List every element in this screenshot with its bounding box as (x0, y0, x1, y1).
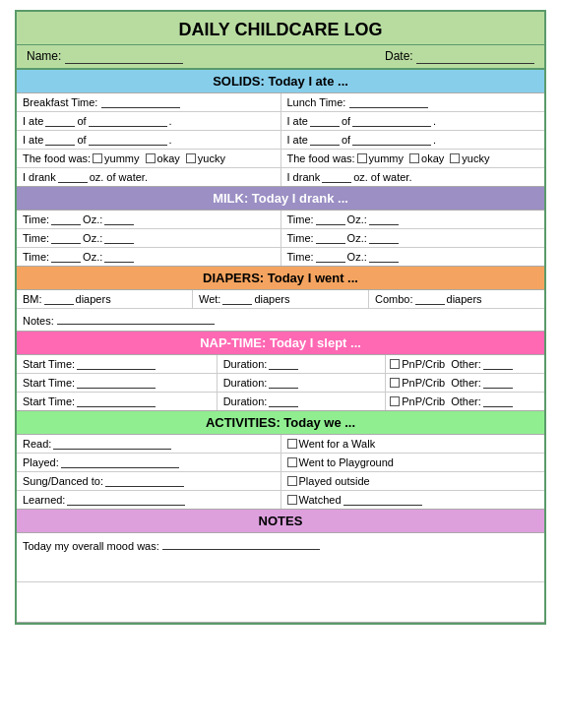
mood-row: Today my overall mood was: (17, 533, 544, 582)
milk-time-field-3-left[interactable] (51, 251, 81, 263)
pnp-checkbox-2[interactable] (390, 378, 400, 388)
breakfast-time-cell: Breakfast Time: (17, 93, 281, 111)
yummy-check-left[interactable]: yummy (93, 152, 139, 164)
milk-time-right-1: Time: Oz.: (281, 211, 545, 228)
ate-right-1: I ate of . (281, 112, 545, 130)
ate-amount-1-right[interactable] (310, 115, 340, 127)
milk-row-2: Time: Oz.: Time: Oz.: (17, 229, 544, 248)
nap-duration-field-2[interactable] (269, 377, 298, 389)
outside-checkbox[interactable] (287, 476, 297, 486)
diapers-notes-field[interactable] (57, 313, 215, 325)
activities-right: Went for a Walk Went to Playground Playe… (281, 435, 545, 509)
ate-left-1: I ate of . (17, 112, 281, 130)
notes-extra-space (17, 582, 544, 622)
milk-time-right-2: Time: Oz.: (281, 229, 545, 247)
ate-food-1-left[interactable] (89, 115, 167, 127)
milk-header: MILK: Today I drank ... (17, 187, 544, 211)
breakfast-label: Breakfast Time: (23, 96, 97, 108)
daily-childcare-log: DAILY CHILDCARE LOG Name: Date: SOLIDS: … (15, 10, 546, 625)
milk-time-left-3: Time: Oz.: (17, 248, 281, 266)
ate-food-2-left[interactable] (89, 134, 167, 146)
wet-cell: Wet: diapers (193, 290, 369, 308)
sung-row: Sung/Danced to: (17, 472, 280, 491)
milk-time-right-3: Time: Oz.: (281, 248, 545, 266)
nap-start-3: Start Time: (17, 393, 218, 410)
milk-time-field-1-right[interactable] (316, 213, 345, 225)
milk-oz-field-3-right[interactable] (369, 251, 399, 263)
wet-count-field[interactable] (222, 293, 252, 305)
diapers-row: BM: diapers Wet: diapers Combo: diapers (17, 290, 544, 309)
ate-amount-2-left[interactable] (45, 134, 75, 146)
yucky-check-left[interactable]: yucky (186, 152, 225, 164)
nap-location-3: PnP/Crib Other: (386, 393, 544, 410)
nap-start-field-1[interactable] (77, 358, 156, 370)
nap-duration-field-1[interactable] (269, 358, 298, 370)
nap-row-1: Start Time: Duration: PnP/Crib Other: (17, 355, 544, 374)
nap-row-3: Start Time: Duration: PnP/Crib Other: (17, 393, 544, 410)
milk-time-field-1-left[interactable] (51, 213, 81, 225)
ate-row-2: I ate of . I ate of . (17, 131, 544, 150)
nap-duration-1: Duration: (218, 355, 387, 373)
milk-oz-field-2-left[interactable] (104, 232, 134, 244)
okay-check-right[interactable]: okay (409, 152, 444, 164)
milk-oz-field-2-right[interactable] (369, 232, 399, 244)
notes-header: NOTES (17, 510, 544, 533)
lunch-time-field[interactable] (349, 96, 428, 108)
playground-checkbox[interactable] (287, 457, 297, 467)
milk-time-left-1: Time: Oz.: (17, 211, 281, 228)
milk-time-field-2-left[interactable] (51, 232, 81, 244)
solids-section: SOLIDS: Today I ate ... Breakfast Time: … (17, 70, 544, 187)
milk-time-field-3-right[interactable] (316, 251, 345, 263)
milk-oz-field-1-left[interactable] (104, 213, 134, 225)
ate-left-2: I ate of . (17, 131, 281, 149)
combo-count-field[interactable] (415, 293, 445, 305)
lunch-label: Lunch Time: (287, 96, 346, 108)
other-field-3[interactable] (483, 395, 513, 407)
ate-amount-1-left[interactable] (45, 115, 75, 127)
other-field-2[interactable] (483, 377, 513, 389)
bm-count-field[interactable] (44, 293, 74, 305)
other-field-1[interactable] (483, 358, 513, 370)
diapers-section: DIAPERS: Today I went ... BM: diapers We… (17, 267, 544, 332)
food-was-row: The food was: yummy okay yucky The food … (17, 150, 544, 168)
ate-food-2-right[interactable] (352, 134, 431, 146)
ate-amount-2-right[interactable] (310, 134, 340, 146)
water-oz-right[interactable] (322, 171, 351, 183)
breakfast-time-field[interactable] (101, 96, 180, 108)
water-right: I drank oz. of water. (281, 168, 545, 186)
watched-checkbox[interactable] (287, 495, 297, 505)
okay-check-left[interactable]: okay (146, 152, 180, 164)
mood-field[interactable] (162, 538, 320, 550)
nap-start-field-3[interactable] (77, 395, 156, 407)
read-field[interactable] (53, 438, 171, 450)
activities-section: ACTIVITIES: Today we ... Read: Played: S… (17, 411, 544, 510)
pnp-checkbox-3[interactable] (390, 396, 400, 406)
milk-time-field-2-right[interactable] (316, 232, 345, 244)
played-field[interactable] (61, 456, 179, 468)
read-row: Read: (17, 435, 280, 454)
pnp-checkbox-1[interactable] (390, 359, 400, 369)
milk-row-3: Time: Oz.: Time: Oz.: (17, 248, 544, 266)
yucky-check-right[interactable]: yucky (450, 152, 489, 164)
combo-cell: Combo: diapers (369, 290, 544, 308)
walk-checkbox[interactable] (287, 439, 297, 449)
food-was-right: The food was: yummy okay yucky (281, 150, 545, 167)
water-row: I drank oz. of water. I drank oz. of wat… (17, 168, 544, 186)
name-field[interactable] (65, 49, 183, 64)
sung-field[interactable] (105, 475, 184, 487)
yummy-check-right[interactable]: yummy (357, 152, 404, 164)
learned-row: Learned: (17, 491, 280, 509)
name-date-row: Name: Date: (17, 45, 544, 70)
nap-section: NAP-TIME: Today I slept ... Start Time: … (17, 332, 544, 411)
milk-oz-field-3-left[interactable] (104, 251, 134, 263)
date-label: Date: (385, 49, 534, 64)
learned-field[interactable] (67, 494, 185, 506)
nap-start-field-2[interactable] (77, 377, 156, 389)
watched-field[interactable] (343, 494, 422, 506)
date-field[interactable] (416, 49, 534, 64)
nap-header: NAP-TIME: Today I slept ... (17, 332, 544, 355)
nap-duration-field-3[interactable] (269, 395, 298, 407)
water-oz-left[interactable] (58, 171, 88, 183)
ate-food-1-right[interactable] (352, 115, 431, 127)
milk-oz-field-1-right[interactable] (369, 213, 399, 225)
